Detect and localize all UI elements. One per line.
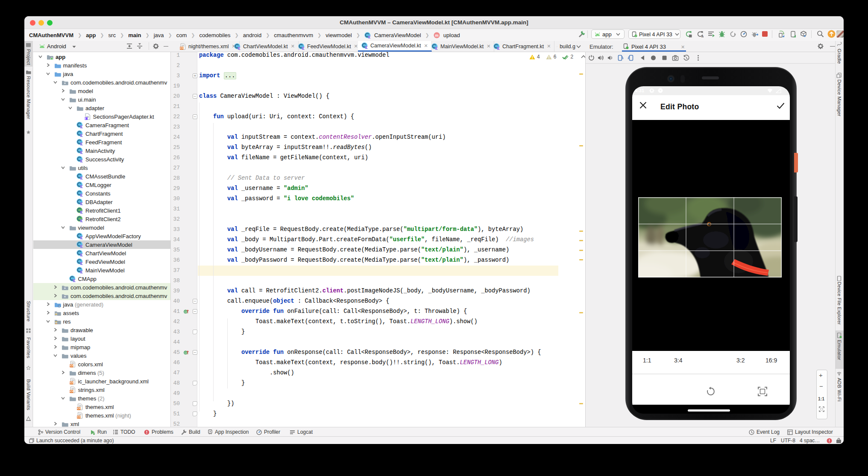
- svg-text:O: O: [185, 310, 187, 313]
- svg-text:<>: <>: [77, 416, 80, 419]
- svg-text:<>: <>: [70, 390, 73, 393]
- svg-text:A: A: [701, 35, 704, 38]
- svg-text:<>: <>: [180, 47, 183, 50]
- svg-text:<>: <>: [70, 365, 73, 368]
- svg-text:<>: <>: [77, 407, 80, 410]
- svg-text:<>: <>: [70, 382, 73, 385]
- svg-text:O: O: [185, 351, 187, 354]
- svg-text:m: m: [435, 33, 438, 38]
